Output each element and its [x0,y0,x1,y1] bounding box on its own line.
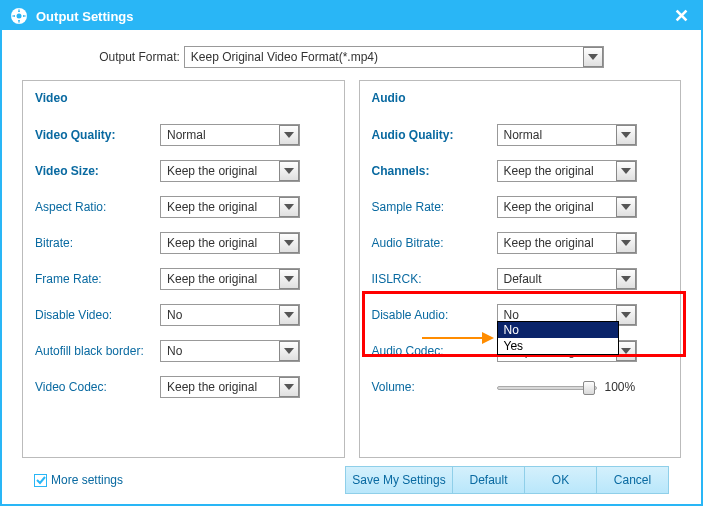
chevron-down-icon[interactable] [279,305,299,325]
audio-panel: Audio Audio Quality:Normal Channels:Keep… [359,80,682,458]
video-codec-combo[interactable]: Keep the original [160,376,300,398]
chevron-down-icon[interactable] [616,125,636,145]
ok-button[interactable]: OK [525,466,597,494]
panels: Video Video Quality:Normal Video Size:Ke… [22,80,681,458]
frame-rate-label: Frame Rate: [35,272,160,286]
volume-value: 100% [605,380,636,394]
output-format-value: Keep Original Video Format(*.mp4) [185,50,583,64]
checkbox-icon [34,474,47,487]
volume-label: Volume: [372,380,497,394]
footer: More settings Save My Settings Default O… [22,458,681,504]
dropdown-option-yes[interactable]: Yes [498,338,618,354]
audio-quality-combo[interactable]: Normal [497,124,637,146]
chevron-down-icon[interactable] [279,125,299,145]
close-button[interactable]: ✕ [670,5,693,27]
output-format-combo[interactable]: Keep Original Video Format(*.mp4) [184,46,604,68]
disable-audio-label: Disable Audio: [372,308,497,322]
video-codec-label: Video Codec: [35,380,160,394]
output-format-row: Output Format: Keep Original Video Forma… [22,46,681,68]
chevron-down-icon[interactable] [616,305,636,325]
autofill-border-label: Autofill black border: [35,344,160,358]
chevron-down-icon[interactable] [279,377,299,397]
dropdown-option-no[interactable]: No [498,322,618,338]
disable-video-combo[interactable]: No [160,304,300,326]
chevron-down-icon[interactable] [279,269,299,289]
chevron-down-icon[interactable] [279,233,299,253]
autofill-border-combo[interactable]: No [160,340,300,362]
button-bar: Save My Settings Default OK Cancel [345,466,669,494]
disable-audio-dropdown[interactable]: No Yes [497,321,619,355]
sample-rate-combo[interactable]: Keep the original [497,196,637,218]
video-size-label: Video Size: [35,164,160,178]
chevron-down-icon[interactable] [279,161,299,181]
chevron-down-icon[interactable] [616,197,636,217]
chevron-down-icon[interactable] [616,269,636,289]
more-settings-label: More settings [51,473,123,487]
chevron-down-icon[interactable] [616,161,636,181]
video-panel-title: Video [35,91,332,105]
slider-thumb[interactable] [583,381,595,395]
aspect-ratio-combo[interactable]: Keep the original [160,196,300,218]
chevron-down-icon[interactable] [616,233,636,253]
channels-combo[interactable]: Keep the original [497,160,637,182]
frame-rate-combo[interactable]: Keep the original [160,268,300,290]
output-settings-window: Output Settings ✕ Output Format: Keep Or… [0,0,703,506]
video-quality-combo[interactable]: Normal [160,124,300,146]
audio-codec-label: Audio Codec: [372,344,497,358]
video-size-combo[interactable]: Keep the original [160,160,300,182]
audio-quality-label: Audio Quality: [372,128,497,142]
audio-bitrate-combo[interactable]: Keep the original [497,232,637,254]
svg-point-1 [17,14,22,19]
content-area: Output Format: Keep Original Video Forma… [2,30,701,504]
cancel-button[interactable]: Cancel [597,466,669,494]
aspect-ratio-label: Aspect Ratio: [35,200,160,214]
app-icon [10,7,28,25]
titlebar: Output Settings ✕ [2,2,701,30]
audio-panel-title: Audio [372,91,669,105]
video-bitrate-combo[interactable]: Keep the original [160,232,300,254]
chevron-down-icon[interactable] [583,47,603,67]
output-format-label: Output Format: [99,50,180,64]
iislrck-label: IISLRCK: [372,272,497,286]
video-quality-label: Video Quality: [35,128,160,142]
video-bitrate-label: Bitrate: [35,236,160,250]
disable-video-label: Disable Video: [35,308,160,322]
chevron-down-icon[interactable] [279,341,299,361]
chevron-down-icon[interactable] [616,341,636,361]
audio-bitrate-label: Audio Bitrate: [372,236,497,250]
more-settings-toggle[interactable]: More settings [34,473,123,487]
video-panel: Video Video Quality:Normal Video Size:Ke… [22,80,345,458]
default-button[interactable]: Default [453,466,525,494]
chevron-down-icon[interactable] [279,197,299,217]
channels-label: Channels: [372,164,497,178]
window-title: Output Settings [36,9,134,24]
volume-slider[interactable] [497,379,597,395]
sample-rate-label: Sample Rate: [372,200,497,214]
iislrck-combo[interactable]: Default [497,268,637,290]
save-my-settings-button[interactable]: Save My Settings [345,466,453,494]
